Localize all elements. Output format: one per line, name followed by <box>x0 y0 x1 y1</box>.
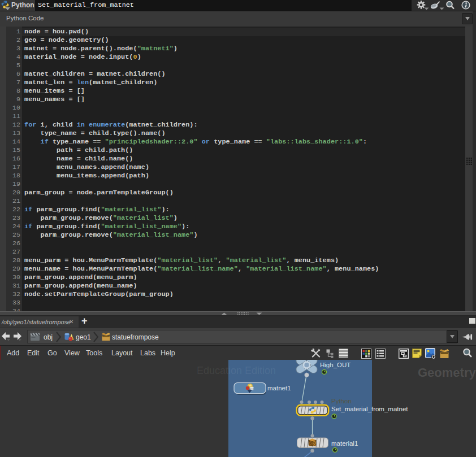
svg-text:Set_material_from_matnet: Set_material_from_matnet <box>331 406 408 412</box>
svg-text:material1: material1 <box>331 440 358 447</box>
svg-text:High_OUT: High_OUT <box>320 362 350 368</box>
svg-text:Python: Python <box>331 398 352 404</box>
svg-text:matnet1: matnet1 <box>267 385 291 391</box>
